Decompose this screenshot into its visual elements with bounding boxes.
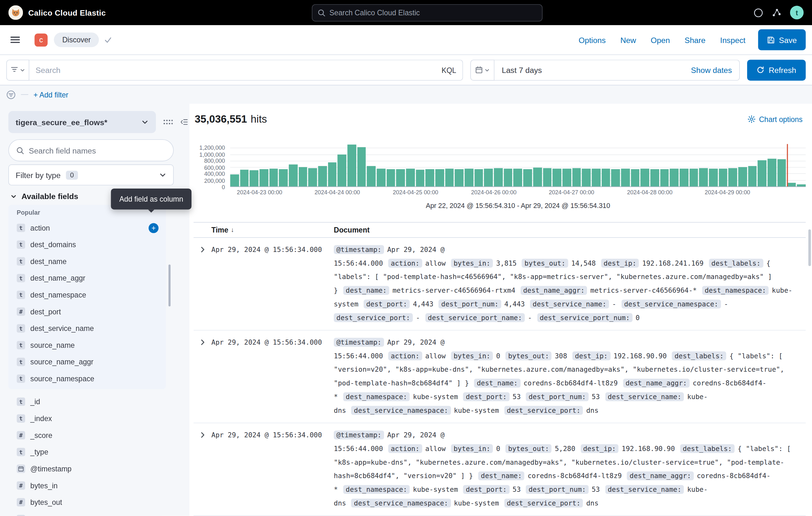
saved-query-menu-button[interactable] <box>6 59 29 81</box>
histogram-bar[interactable] <box>670 169 678 186</box>
grid-icon[interactable] <box>163 119 173 125</box>
histogram-bar[interactable] <box>328 162 337 186</box>
histogram-bar[interactable] <box>289 164 297 187</box>
field-item-bytes_in[interactable]: #bytes_in <box>8 477 166 494</box>
cluster-icon[interactable] <box>772 8 781 18</box>
histogram-bar[interactable] <box>514 168 522 186</box>
time-column-header[interactable]: Time ↓ <box>211 226 334 234</box>
toolbar-link-options[interactable]: Options <box>579 35 606 44</box>
histogram-bar[interactable] <box>416 169 425 186</box>
global-search[interactable] <box>312 4 542 21</box>
calendar-button[interactable] <box>470 59 494 81</box>
field-item-dest_name_aggr[interactable]: tdest_name_aggr <box>8 270 166 287</box>
field-item-_id[interactable]: t_id <box>8 393 166 410</box>
histogram-bar[interactable] <box>308 168 317 186</box>
space-avatar[interactable]: c <box>35 33 48 46</box>
toolbar-link-new[interactable]: New <box>620 35 636 44</box>
field-item-dest_namespace[interactable]: tdest_namespace <box>8 287 166 303</box>
histogram-bar[interactable] <box>455 169 464 186</box>
collapse-sidebar-icon[interactable] <box>180 118 188 126</box>
histogram-bar[interactable] <box>631 169 639 186</box>
histogram-bar[interactable] <box>523 169 532 186</box>
histogram-bar[interactable] <box>543 168 551 186</box>
save-button[interactable]: Save <box>758 29 806 50</box>
toolbar-link-inspect[interactable]: Inspect <box>720 35 746 44</box>
field-item-source_name[interactable]: tsource_name <box>8 337 166 354</box>
histogram-bar[interactable] <box>426 169 434 186</box>
help-icon[interactable] <box>753 8 763 18</box>
histogram-bar[interactable] <box>377 168 385 186</box>
histogram-bar[interactable] <box>553 169 561 186</box>
histogram-bar[interactable] <box>318 166 327 187</box>
histogram-bar[interactable] <box>347 144 356 186</box>
histogram-bar[interactable] <box>269 168 278 186</box>
histogram-bar[interactable] <box>240 170 249 186</box>
histogram-bar[interactable] <box>298 167 307 187</box>
field-search[interactable] <box>8 139 174 161</box>
histogram-bar[interactable] <box>396 169 405 186</box>
histogram-bar[interactable] <box>386 169 395 186</box>
add-field-as-column-button[interactable]: + <box>149 223 158 233</box>
kql-button[interactable]: KQL <box>442 65 456 74</box>
field-item-source_namespace[interactable]: tsource_namespace <box>8 371 166 387</box>
histogram-bar[interactable] <box>679 168 688 186</box>
global-search-input[interactable] <box>329 8 536 17</box>
histogram-bar[interactable] <box>279 169 288 186</box>
histogram-bar[interactable] <box>767 159 776 187</box>
histogram-bar[interactable] <box>719 168 727 186</box>
time-range-display[interactable]: Last 7 days Show dates <box>494 59 740 81</box>
field-item-_index[interactable]: t_index <box>8 410 166 427</box>
histogram-bar[interactable] <box>797 184 805 186</box>
field-item-@timestamp[interactable]: @timestamp <box>8 460 166 477</box>
show-dates-link[interactable]: Show dates <box>691 65 732 75</box>
histogram-bar[interactable] <box>445 168 454 186</box>
histogram-bar[interactable] <box>562 168 571 186</box>
histogram-bar[interactable] <box>230 174 239 186</box>
histogram-bar[interactable] <box>650 169 659 186</box>
field-item-source_name_aggr[interactable]: tsource_name_aggr <box>8 354 166 371</box>
field-item-dest_port[interactable]: #dest_port <box>8 303 166 320</box>
field-item-dest_service_name[interactable]: tdest_service_name <box>8 320 166 337</box>
table-scrollbar[interactable] <box>808 229 811 266</box>
time-range-value[interactable]: Last 7 days <box>502 65 542 75</box>
query-input[interactable] <box>36 65 437 75</box>
expand-row-button[interactable] <box>199 246 206 253</box>
histogram-bar[interactable] <box>592 169 601 186</box>
filter-by-type[interactable]: Filter by type 0 <box>8 164 174 185</box>
histogram-bar[interactable] <box>699 168 708 186</box>
menu-icon[interactable] <box>6 31 24 48</box>
histogram-bar[interactable] <box>367 166 375 187</box>
histogram-bar[interactable] <box>572 168 581 186</box>
expand-row-button[interactable] <box>199 432 206 438</box>
histogram-bar[interactable] <box>777 160 786 187</box>
histogram-bar[interactable] <box>690 168 698 186</box>
histogram-bar[interactable] <box>787 183 796 186</box>
histogram-bar[interactable] <box>484 169 493 186</box>
field-item-_type[interactable]: t_type <box>8 444 166 461</box>
toolbar-link-share[interactable]: Share <box>685 35 705 44</box>
histogram-bar[interactable] <box>250 170 258 186</box>
filter-icon[interactable] <box>6 90 16 99</box>
expand-row-button[interactable] <box>199 339 206 346</box>
field-item-dest_name[interactable]: tdest_name <box>8 253 166 270</box>
histogram-bar[interactable] <box>709 169 718 186</box>
histogram-bar[interactable] <box>738 167 747 187</box>
breadcrumb[interactable]: Discover <box>54 32 99 47</box>
histogram-bar[interactable] <box>621 168 630 186</box>
toolbar-link-open[interactable]: Open <box>651 35 670 44</box>
histogram-bar[interactable] <box>601 168 610 186</box>
field-item-dest_domains[interactable]: tdest_domains <box>8 236 166 253</box>
histogram-bar[interactable] <box>338 154 346 186</box>
sidebar-scrollbar[interactable] <box>168 264 171 306</box>
chart-options-button[interactable]: Chart options <box>747 115 803 123</box>
field-item-_score[interactable]: #_score <box>8 427 166 444</box>
histogram-bar[interactable] <box>533 167 542 186</box>
refresh-button[interactable]: Refresh <box>747 59 806 81</box>
histogram-bar[interactable] <box>748 166 757 187</box>
field-item-dest_ip[interactable]: IPdest_ip <box>8 511 166 516</box>
sort-descending-icon[interactable]: ↓ <box>231 226 234 234</box>
histogram-bar[interactable] <box>640 169 649 186</box>
histogram-bar[interactable] <box>260 169 268 186</box>
histogram-bar[interactable] <box>435 169 444 186</box>
field-item-bytes_out[interactable]: #bytes_out <box>8 494 166 511</box>
